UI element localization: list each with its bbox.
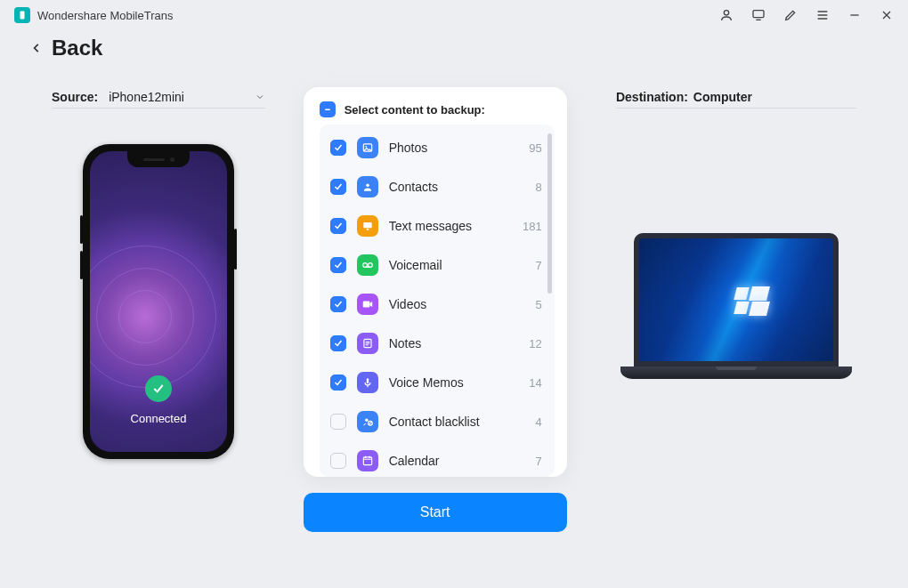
edit-icon[interactable] [783,8,798,22]
chevron-down-icon [255,92,265,102]
content-item-checkbox[interactable] [330,375,346,391]
svg-point-6 [366,184,369,188]
content-item-label: Contact blacklist [389,415,525,429]
content-item-label: Contacts [389,180,525,194]
content-item-voicememo: Voice Memos14 [320,363,555,402]
messages-icon [357,215,378,237]
content-item-label: Notes [389,336,519,350]
blacklist-icon [357,411,378,432]
content-item-videos: Videos5 [320,285,555,324]
app-logo-icon [14,7,30,23]
content-item-label: Voicemail [389,258,525,272]
destination-device-graphic [620,233,852,393]
content-item-checkbox[interactable] [330,218,346,234]
content-item-calendar: Calendar7 [320,441,555,477]
account-icon[interactable] [719,8,734,22]
source-device-name: iPhone12mini [109,90,184,104]
close-icon[interactable] [880,8,894,22]
chevron-left-icon [30,42,43,54]
connected-check-icon [145,375,172,402]
svg-rect-12 [366,378,368,383]
content-item-checkbox[interactable] [330,453,346,469]
content-item-count: 181 [523,220,542,233]
svg-rect-10 [362,302,369,308]
select-all-checkbox[interactable] [320,101,336,117]
source-device-graphic: Connected [83,144,234,459]
content-item-count: 8 [535,181,541,194]
content-item-label: Voice Memos [389,375,519,390]
destination-device-name: Computer [693,90,752,104]
svg-rect-0 [20,12,25,20]
back-label: Back [52,36,102,60]
calendar-icon [357,450,378,471]
content-select-panel: Select content to backup: Photos95Contac… [304,87,567,477]
content-item-label: Calendar [389,454,525,468]
content-item-messages: Text messages181 [320,206,555,246]
svg-rect-3 [325,109,330,111]
notes-icon [357,333,378,354]
destination-prefix: Destination: [616,90,688,104]
menu-icon[interactable] [815,8,830,22]
content-item-checkbox[interactable] [330,257,346,273]
source-device-selector[interactable]: Source: iPhone12mini [52,87,265,109]
voicememo-icon [357,372,378,393]
content-item-checkbox[interactable] [330,296,346,312]
content-item-checkbox[interactable] [330,335,346,351]
source-prefix: Source: [52,90,98,104]
svg-point-5 [365,146,367,148]
panel-header: Select content to backup: [345,103,485,117]
contacts-icon [357,176,378,197]
feedback-icon[interactable] [751,8,766,22]
content-item-checkbox[interactable] [330,140,346,156]
content-item-count: 12 [529,337,541,350]
content-item-count: 7 [535,455,541,468]
content-item-checkbox[interactable] [330,414,346,430]
content-item-count: 14 [529,376,541,390]
content-item-label: Photos [389,141,519,155]
content-item-photos: Photos95 [320,128,555,167]
content-item-blacklist: Contact blacklist4 [320,402,555,441]
svg-point-13 [365,419,369,423]
start-button[interactable]: Start [304,493,567,532]
scrollbar[interactable] [547,133,552,294]
content-item-count: 7 [535,259,541,272]
content-item-count: 4 [535,415,541,429]
svg-rect-15 [363,457,371,465]
content-item-label: Videos [389,297,525,311]
svg-rect-7 [363,222,371,228]
destination-label: Destination: Computer [616,87,856,109]
photos-icon [357,137,378,158]
content-item-notes: Notes12 [320,324,555,363]
content-list: Photos95Contacts8Text messages181Voicema… [320,125,555,477]
content-item-voicemail: Voicemail7 [320,246,555,285]
minimize-icon[interactable] [847,8,862,22]
app-title: Wondershare MobileTrans [37,9,173,22]
connection-status: Connected [90,412,227,425]
back-button[interactable]: Back [0,30,908,60]
videos-icon [357,294,378,315]
content-item-count: 5 [535,298,541,311]
svg-point-8 [362,263,367,268]
voicemail-icon [357,254,378,276]
content-item-checkbox[interactable] [330,179,346,195]
content-item-contacts: Contacts8 [320,167,555,206]
svg-point-9 [368,263,372,268]
title-bar: Wondershare MobileTrans [0,0,908,30]
svg-point-1 [724,11,728,15]
svg-rect-2 [753,11,764,18]
content-item-count: 95 [529,141,541,155]
content-item-label: Text messages [389,219,512,233]
